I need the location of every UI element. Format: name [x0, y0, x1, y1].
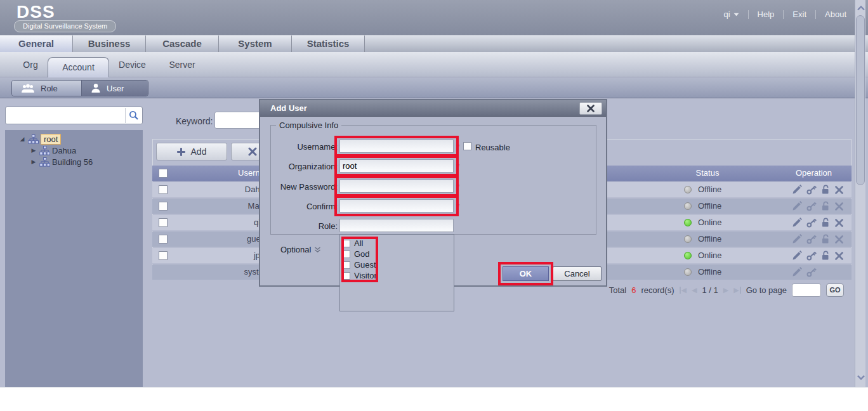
unlock-icon[interactable]: [821, 218, 831, 228]
dialog-close-button[interactable]: [579, 102, 602, 115]
scroll-down-button[interactable]: [856, 371, 865, 383]
delete-icon[interactable]: [835, 219, 843, 227]
dss-app: DSS Digital Surveillance System qi Help …: [0, 0, 868, 411]
divider: [783, 10, 784, 19]
unlock-icon[interactable]: [821, 251, 831, 261]
search-button[interactable]: [125, 108, 141, 123]
unlock-icon[interactable]: [821, 201, 831, 211]
edit-icon[interactable]: [792, 267, 802, 277]
tab-business[interactable]: Business: [73, 36, 146, 52]
ok-button[interactable]: OK: [503, 266, 549, 281]
organization-field[interactable]: [339, 159, 454, 173]
reset-password-icon[interactable]: [806, 185, 817, 195]
goto-page-input[interactable]: [792, 284, 821, 297]
status-label: Offline: [698, 185, 721, 194]
role-option-checkbox[interactable]: [343, 272, 350, 280]
about-link[interactable]: About: [825, 10, 846, 19]
row-checkbox[interactable]: [159, 218, 168, 227]
reset-password-icon[interactable]: [806, 201, 817, 211]
exit-link[interactable]: Exit: [792, 10, 806, 19]
subtab-device[interactable]: Device: [109, 52, 155, 77]
vertical-scrollbar[interactable]: [855, 0, 865, 387]
scrollbar-thumb[interactable]: [856, 15, 865, 185]
expander-open-icon[interactable]: ◢: [18, 136, 27, 142]
edit-icon[interactable]: [792, 185, 802, 195]
role-field[interactable]: [339, 219, 454, 232]
confirm-password-label: Confirm:: [268, 202, 338, 211]
organization-label: Organization:: [268, 162, 338, 171]
subtab-org[interactable]: Org: [13, 52, 48, 77]
optional-toggle[interactable]: Optional: [280, 245, 321, 254]
required-marker: *: [456, 202, 459, 211]
tree-item-building-56[interactable]: ▶ Building 56: [5, 156, 143, 167]
role-option-god[interactable]: God: [340, 249, 454, 259]
expander-closed-icon[interactable]: ▶: [29, 147, 38, 153]
keyword-label: Keyword:: [176, 116, 213, 126]
app-viewport: DSS Digital Surveillance System qi Help …: [0, 0, 868, 388]
reset-password-icon[interactable]: [806, 218, 817, 228]
last-page-button[interactable]: ▶: [733, 286, 740, 294]
next-page-button[interactable]: ▶: [723, 286, 728, 294]
tab-cascade[interactable]: Cascade: [146, 36, 219, 52]
close-icon: [587, 105, 595, 112]
tab-bar-filler: [365, 36, 868, 52]
delete-icon[interactable]: [835, 252, 843, 260]
subtab-account[interactable]: Account: [48, 57, 109, 77]
first-page-button[interactable]: ◀: [680, 286, 687, 294]
sub-nav: Org Account Device Server: [0, 52, 868, 77]
username-label: Username:: [268, 142, 338, 152]
edit-icon[interactable]: [792, 234, 802, 244]
user-view-button[interactable]: User: [82, 81, 148, 96]
goto-page-label: Go to page: [746, 285, 787, 295]
reset-password-icon[interactable]: [806, 267, 817, 277]
role-option-checkbox[interactable]: [343, 251, 350, 258]
unlock-icon[interactable]: [821, 234, 831, 244]
reset-password-icon[interactable]: [806, 234, 817, 244]
compulsive-info-legend: Compulsive Info: [276, 121, 341, 130]
plus-icon: [177, 148, 185, 156]
role-option-visitor[interactable]: Visitor: [340, 270, 454, 281]
tab-general[interactable]: General: [0, 36, 73, 52]
delete-icon[interactable]: [835, 235, 843, 244]
help-link[interactable]: Help: [758, 10, 775, 19]
status-dot: [684, 252, 692, 259]
username-field[interactable]: [339, 140, 454, 153]
reusable-checkbox[interactable]: [463, 142, 471, 150]
cancel-button[interactable]: Cancel: [553, 266, 602, 281]
row-checkbox[interactable]: [159, 251, 168, 260]
role-view-button[interactable]: Role: [12, 81, 82, 96]
new-password-field[interactable]: [339, 179, 454, 193]
expander-closed-icon[interactable]: ▶: [29, 159, 38, 165]
confirm-password-field[interactable]: [339, 199, 454, 212]
scroll-up-button[interactable]: [856, 2, 865, 14]
prev-page-button[interactable]: ◀: [692, 286, 697, 294]
unlock-icon[interactable]: [821, 185, 831, 195]
row-checkbox[interactable]: [159, 202, 168, 211]
edit-icon[interactable]: [792, 218, 802, 228]
select-all-checkbox[interactable]: [159, 169, 168, 178]
delete-icon[interactable]: [835, 202, 843, 211]
add-user-button[interactable]: Add: [156, 143, 227, 160]
user-menu[interactable]: qi: [723, 10, 739, 19]
reset-password-icon[interactable]: [806, 251, 817, 261]
tab-system[interactable]: System: [219, 36, 292, 52]
tree-item-root[interactable]: ◢ root: [5, 133, 143, 145]
role-option-guest[interactable]: Guest: [340, 259, 454, 270]
role-option-label: Guest: [354, 260, 376, 270]
go-button[interactable]: GO: [826, 284, 844, 297]
role-option-checkbox[interactable]: [343, 261, 350, 269]
delete-icon[interactable]: [835, 186, 843, 194]
edit-icon[interactable]: [792, 251, 802, 261]
role-dropdown-panel: All God Guest Visitor: [339, 234, 454, 311]
row-checkbox[interactable]: [159, 235, 168, 244]
row-checkbox[interactable]: [159, 185, 168, 194]
edit-icon[interactable]: [792, 201, 802, 211]
tab-statistics[interactable]: Statistics: [292, 36, 365, 52]
role-option-all[interactable]: All: [340, 238, 454, 249]
top-header: DSS Digital Surveillance System qi Help …: [0, 0, 868, 35]
required-marker: *: [456, 142, 459, 152]
subtab-server[interactable]: Server: [155, 52, 209, 77]
org-search-input[interactable]: [8, 108, 127, 122]
role-option-checkbox[interactable]: [343, 240, 350, 247]
tree-item-dahua[interactable]: ▶ Dahua: [5, 145, 143, 156]
